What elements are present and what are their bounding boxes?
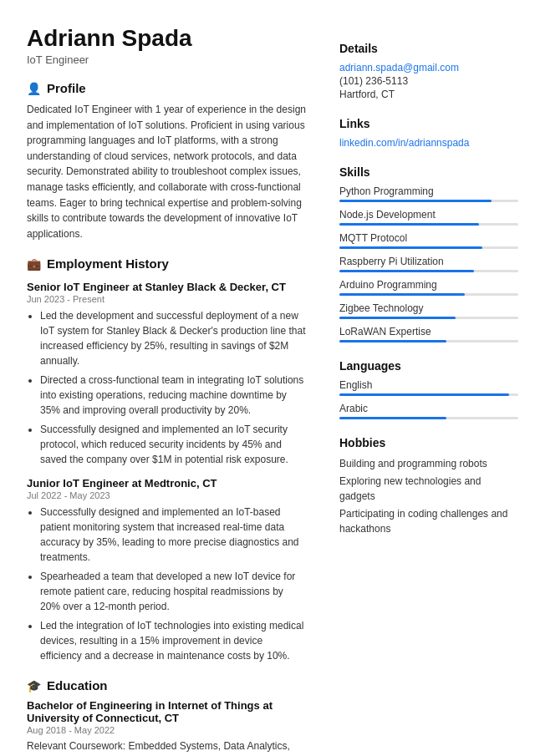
list-item: Successfully designed and implemented an… xyxy=(40,422,306,467)
skill-item: Python Programming xyxy=(339,185,518,202)
job-1-bullets: Led the development and successful deplo… xyxy=(27,308,306,467)
skill-label: LoRaWAN Expertise xyxy=(339,326,518,337)
skill-bar-bg xyxy=(339,293,518,296)
job-2: Junior IoT Engineer at Medtronic, CT Jul… xyxy=(27,477,306,663)
skill-item: Node.js Development xyxy=(339,209,518,226)
skill-bar-bg xyxy=(339,246,518,249)
language-item: English xyxy=(339,379,518,396)
profile-section-title: 👤 Profile xyxy=(27,81,306,95)
language-bar-fill xyxy=(339,417,446,419)
skill-item: MQTT Protocol xyxy=(339,232,518,249)
skill-bar-bg xyxy=(339,270,518,272)
skill-bar-bg xyxy=(339,340,518,342)
job-1: Senior IoT Engineer at Stanley Black & D… xyxy=(27,281,306,467)
skill-bar-fill xyxy=(339,317,456,319)
candidate-name: Adriann Spada xyxy=(27,25,306,52)
employment-section-title: 💼 Employment History xyxy=(27,256,306,271)
phone: (101) 236-5113 xyxy=(339,75,518,87)
skill-label: Python Programming xyxy=(339,185,518,197)
list-item: Successfully designed and implemented an… xyxy=(40,505,306,565)
language-bar-fill xyxy=(339,393,509,396)
skill-label: Zigbee Technology xyxy=(339,302,518,314)
skill-bar-fill xyxy=(339,223,479,226)
hobby-item: Building and programming robots xyxy=(339,456,518,471)
job-1-dates: Jun 2023 - Present xyxy=(27,294,306,304)
page: Adriann Spada IoT Engineer 👤 Profile Ded… xyxy=(0,0,535,756)
employment-icon: 💼 xyxy=(27,257,41,271)
location: Hartford, CT xyxy=(339,89,518,100)
list-item: Led the integration of IoT technologies … xyxy=(40,618,306,663)
hobbies-section-title: Hobbies xyxy=(339,436,518,449)
skill-bar-bg xyxy=(339,200,518,202)
skill-label: MQTT Protocol xyxy=(339,232,518,244)
details-section-title: Details xyxy=(339,42,518,55)
skill-bar-bg xyxy=(339,223,518,226)
education-section-title: 🎓 Education xyxy=(27,678,306,693)
skills-section-title: Skills xyxy=(339,165,518,179)
language-item: Arabic xyxy=(339,403,518,419)
languages-list: English Arabic xyxy=(339,379,518,419)
skill-label: Arduino Programming xyxy=(339,279,518,291)
right-column: Details adriann.spada@gmail.com (101) 23… xyxy=(326,25,535,756)
language-label: English xyxy=(339,379,518,391)
linkedin-link[interactable]: linkedin.com/in/adriannspada xyxy=(339,137,518,149)
skill-bar-bg xyxy=(339,317,518,319)
job-1-title: Senior IoT Engineer at Stanley Black & D… xyxy=(27,281,306,293)
skill-label: Node.js Development xyxy=(339,209,518,221)
list-item: Directed a cross-functional team in inte… xyxy=(40,373,306,418)
language-label: Arabic xyxy=(339,403,518,414)
job-2-title: Junior IoT Engineer at Medtronic, CT xyxy=(27,477,306,490)
skill-item: LoRaWAN Expertise xyxy=(339,326,518,342)
skills-list: Python Programming Node.js Development M… xyxy=(339,185,518,342)
language-bar-bg xyxy=(339,417,518,419)
skill-bar-fill xyxy=(339,340,446,342)
edu-dates: Aug 2018 - May 2022 xyxy=(27,725,306,735)
languages-section-title: Languages xyxy=(339,359,518,373)
profile-icon: 👤 xyxy=(27,82,41,95)
left-column: Adriann Spada IoT Engineer 👤 Profile Ded… xyxy=(0,25,326,756)
skill-item: Arduino Programming xyxy=(339,279,518,296)
skill-bar-fill xyxy=(339,270,474,272)
edu-degree: Bachelor of Engineering in Internet of T… xyxy=(27,699,306,724)
skill-bar-fill xyxy=(339,246,482,249)
profile-text: Dedicated IoT Engineer with 1 year of ex… xyxy=(27,102,306,241)
hobby-item: Exploring new technologies and gadgets xyxy=(339,474,518,504)
job-2-bullets: Successfully designed and implemented an… xyxy=(27,505,306,663)
candidate-title: IoT Engineer xyxy=(27,53,306,66)
hobbies-list: Building and programming robotsExploring… xyxy=(339,456,518,536)
list-item: Spearheaded a team that developed a new … xyxy=(40,569,306,614)
links-section-title: Links xyxy=(339,117,518,130)
skill-bar-fill xyxy=(339,200,492,202)
skill-bar-fill xyxy=(339,293,465,296)
skill-item: Raspberry Pi Utilization xyxy=(339,256,518,272)
edu-coursework: Relevant Coursework: Embedded Systems, D… xyxy=(27,738,306,756)
list-item: Led the development and successful deplo… xyxy=(40,308,306,368)
job-2-dates: Jul 2022 - May 2023 xyxy=(27,490,306,500)
hobby-item: Participating in coding challenges and h… xyxy=(339,506,518,536)
skill-label: Raspberry Pi Utilization xyxy=(339,256,518,267)
email-link[interactable]: adriann.spada@gmail.com xyxy=(339,62,518,74)
language-bar-bg xyxy=(339,393,518,396)
education-icon: 🎓 xyxy=(27,679,41,693)
skill-item: Zigbee Technology xyxy=(339,302,518,319)
